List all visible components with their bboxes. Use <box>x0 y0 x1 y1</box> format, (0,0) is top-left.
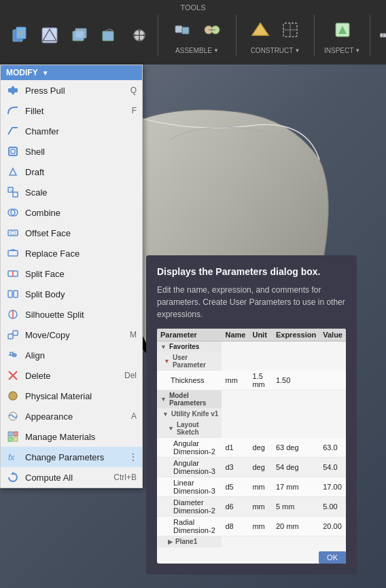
assemble-section: ASSEMBLE ▼ <box>162 16 232 54</box>
menu-item-change-parameters[interactable]: fx Change Parameters ⋮ <box>1 447 142 467</box>
modify-dropdown: MODIFY ▼ Press Pull Q Fillet F Chamfer S… <box>0 65 143 488</box>
menu-item-physical-material[interactable]: Physical Material <box>1 386 142 406</box>
col-expression: Expression <box>273 329 319 342</box>
inspect-icon1[interactable] <box>328 16 357 44</box>
svg-marker-35 <box>11 92 15 95</box>
svg-rect-37 <box>11 149 15 153</box>
menu-item-split-body[interactable]: Split Body <box>1 284 142 304</box>
replace-face-icon <box>6 246 20 260</box>
svg-rect-63 <box>8 432 12 436</box>
model-parameters-section-row: ▼Model Parameters <box>157 390 346 409</box>
radial-dim2-row: Radial Dimension-2 d8 mm 20 mm 20.00 <box>157 517 346 536</box>
menu-item-draft[interactable]: Draft <box>1 162 142 182</box>
assemble-icon2[interactable] <box>198 16 226 44</box>
menu-item-scale[interactable]: Scale <box>1 182 142 202</box>
inspect-label[interactable]: INSPECT ▼ <box>324 47 360 54</box>
svg-rect-17 <box>182 27 189 34</box>
svg-point-61 <box>9 392 17 400</box>
menu-item-combine[interactable]: Combine <box>1 202 142 223</box>
ruler-icon[interactable] <box>374 21 386 50</box>
menu-item-chamfer[interactable]: Chamfer <box>1 121 142 141</box>
delete-icon <box>6 369 20 382</box>
change-parameters-icon: fx <box>6 450 20 464</box>
col-unit: Unit <box>249 329 272 342</box>
svg-rect-7 <box>75 29 86 38</box>
parameters-table-container: Parameter Name Unit Expression Value ▼Fa… <box>157 329 346 564</box>
construct-label[interactable]: CONSTRUCT ▼ <box>251 47 300 54</box>
construct-icon1[interactable] <box>246 16 275 44</box>
new-component-icon[interactable] <box>5 21 34 50</box>
parameters-tooltip: Displays the Parameters dialog box. Edit… <box>146 255 357 574</box>
shell-icon <box>6 145 20 158</box>
press-pull-icon <box>6 84 20 97</box>
manage-materials-icon <box>6 430 20 443</box>
col-value: Value <box>319 329 346 342</box>
svg-rect-40 <box>13 192 18 197</box>
layout-sketch-section-row: ▼Layout Sketch <box>157 420 346 438</box>
sketch-icon[interactable] <box>35 21 64 50</box>
svg-rect-1 <box>16 27 26 39</box>
plane1-section-row: ▶Plane1 <box>157 536 346 548</box>
menu-item-align[interactable]: Align <box>1 345 142 365</box>
tooltip-description: Edit the name, expression, and comments … <box>157 284 346 320</box>
svg-rect-50 <box>14 291 18 297</box>
menu-item-shell[interactable]: Shell <box>1 141 142 162</box>
assemble-label[interactable]: ASSEMBLE ▼ <box>175 47 219 54</box>
svg-rect-65 <box>8 437 12 441</box>
svg-marker-38 <box>10 168 16 175</box>
menu-item-offset-face[interactable]: Offset Face <box>1 223 142 243</box>
svg-marker-21 <box>252 23 268 35</box>
split-face-icon <box>6 267 20 280</box>
extrude-icon[interactable] <box>65 21 94 50</box>
physical-material-icon <box>6 389 20 403</box>
menu-item-press-pull[interactable]: Press Pull Q <box>1 80 142 100</box>
modify-header[interactable]: MODIFY ▼ <box>1 65 142 80</box>
menu-item-split-face[interactable]: Split Face <box>1 263 142 284</box>
tooltip-footer: OK <box>157 547 346 564</box>
construct-icon2[interactable] <box>276 16 304 44</box>
revolve-icon[interactable] <box>95 21 124 50</box>
tools-title: TOOLS <box>180 3 205 12</box>
split-body-icon <box>6 287 20 301</box>
menu-item-move-copy[interactable]: Move/Copy M <box>1 325 142 345</box>
svg-rect-33 <box>8 88 18 92</box>
chamfer-icon <box>6 124 20 138</box>
svg-marker-34 <box>11 86 15 88</box>
menu-item-appearance[interactable]: Appearance A <box>1 406 142 426</box>
assemble-icon1[interactable] <box>168 16 196 44</box>
user-parameter-section-row: ▼User Parameter <box>157 352 346 371</box>
col-parameter: Parameter <box>157 329 222 342</box>
svg-rect-45 <box>10 232 16 234</box>
ok-button[interactable]: OK <box>319 551 346 564</box>
svg-rect-36 <box>9 147 17 155</box>
align-icon <box>6 348 20 362</box>
linear-dim3-row: Linear Dimension-3 d5 mm 17 mm 17.00 <box>157 477 346 497</box>
change-parameters-options[interactable]: ⋮ <box>128 452 138 462</box>
menu-item-delete[interactable]: Delete Del <box>1 365 142 386</box>
construct-section: CONSTRUCT ▼ <box>241 16 310 54</box>
tooltip-title: Displays the Parameters dialog box. <box>157 266 346 277</box>
utility-knife-section-row: ▼Utility Knife v1 <box>157 409 346 420</box>
svg-rect-16 <box>175 26 182 33</box>
combine-icon <box>6 206 20 219</box>
menu-item-silhouette-split[interactable]: Silhouette Split <box>1 304 142 325</box>
draft-icon <box>6 165 20 179</box>
menu-item-manage-materials[interactable]: Manage Materials <box>1 426 142 447</box>
appearance-icon <box>6 409 20 423</box>
col-name: Name <box>222 329 249 342</box>
menu-item-fillet[interactable]: Fillet F <box>1 100 142 121</box>
menu-item-compute-all[interactable]: Compute All Ctrl+B <box>1 467 142 488</box>
angular-dim3-row: Angular Dimension-3 d3 deg 54 deg 54.0 <box>157 458 346 477</box>
svg-rect-53 <box>8 334 13 339</box>
inspect-section: INSPECT ▼ <box>319 16 366 54</box>
svg-rect-64 <box>14 432 18 436</box>
menu-item-replace-face[interactable]: Replace Face <box>1 243 142 263</box>
svg-rect-66 <box>14 437 18 441</box>
svg-rect-54 <box>13 331 18 335</box>
move-copy-icon <box>6 328 20 342</box>
parameters-table: Parameter Name Unit Expression Value ▼Fa… <box>157 329 346 547</box>
svg-rect-49 <box>8 291 12 297</box>
move-icon[interactable] <box>125 21 154 50</box>
favorites-section-row: ▼Favorites <box>157 342 346 353</box>
svg-rect-8 <box>103 31 113 41</box>
